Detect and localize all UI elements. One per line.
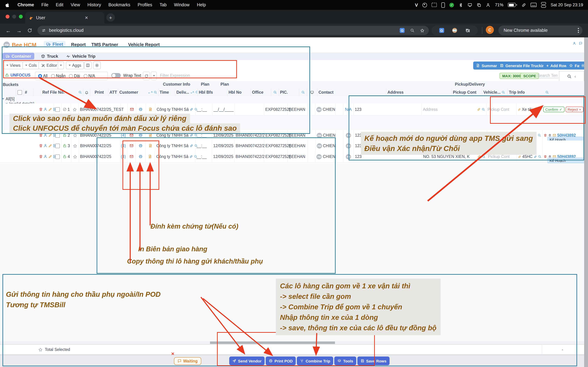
contact[interactable]: 123 <box>354 130 422 141</box>
attachment-doc-icon[interactable] <box>148 155 152 159</box>
col-address[interactable]: Address <box>386 88 452 96</box>
vertical-scrollbar[interactable] <box>584 37 588 367</box>
hbl-no[interactable]: EXP0827252( <box>264 151 288 162</box>
col-customer[interactable]: Customer⌄ ^ <box>118 88 159 96</box>
search-button[interactable]: ‹ <box>559 71 584 82</box>
translate-extension-icon[interactable]: G <box>439 28 444 33</box>
link-icon[interactable] <box>533 134 536 137</box>
stage-manager-icon[interactable] <box>477 3 481 7</box>
plan-time[interactable]: __:__ <box>196 151 212 162</box>
col-hbl-no[interactable]: Hbl No <box>227 88 251 96</box>
search-icon[interactable] <box>154 91 157 94</box>
col-deliv[interactable]: Deliv...⌄^ <box>175 88 198 96</box>
aggs-button[interactable]: Aggs <box>66 61 84 69</box>
plan-time[interactable]: __:__ <box>196 141 212 151</box>
menu-item-view[interactable]: View <box>71 2 80 7</box>
menu-item-chrome[interactable]: Chrome <box>17 2 34 7</box>
row-checkbox[interactable] <box>55 107 60 112</box>
zoom-page-icon[interactable] <box>410 28 415 33</box>
control-center-icon[interactable] <box>541 2 546 8</box>
search-icon[interactable] <box>78 91 82 94</box>
new-tab-button[interactable]: + <box>106 13 115 22</box>
col-time[interactable]: Time <box>159 88 175 96</box>
radio-all[interactable]: All <box>38 74 48 78</box>
plan-deliv[interactable]: 12/09/2025 <box>212 130 235 141</box>
ref-file-no[interactable]: BIHAN007422/25 <box>79 141 121 151</box>
menu-item-bookmarks[interactable]: Bookmarks <box>108 2 130 7</box>
mail-icon[interactable] <box>130 144 134 148</box>
print-icon[interactable] <box>138 144 142 148</box>
print-pod-button[interactable]: Print POD <box>266 357 296 365</box>
vehicle-link-icon[interactable] <box>518 134 521 137</box>
link-icon[interactable] <box>533 108 536 111</box>
customer-name[interactable]: Công ty TNHH Sả <box>156 144 189 148</box>
window-zoom-button[interactable] <box>19 15 23 18</box>
col-vehicle[interactable]: Vehicle... <box>482 88 508 96</box>
search-icon[interactable] <box>482 133 486 137</box>
attachment-doc-icon[interactable] <box>148 144 152 148</box>
scrollbar-thumb[interactable] <box>210 342 335 344</box>
search-icon[interactable] <box>545 91 549 94</box>
search-icon[interactable] <box>482 155 485 158</box>
plan-time[interactable]: __:__ <box>196 130 212 141</box>
editor-button[interactable]: Editor <box>38 61 60 69</box>
pickup-cont-value[interactable]: Pickup Cont <box>488 107 509 111</box>
radio-na[interactable]: N/A <box>84 74 95 78</box>
bookmark-star-icon[interactable] <box>420 28 424 33</box>
phone-mirroring-icon[interactable] <box>441 2 445 8</box>
star-icon[interactable] <box>73 143 77 148</box>
print-icon[interactable] <box>138 133 142 137</box>
settings-icon-button[interactable] <box>93 61 101 69</box>
search-icon[interactable] <box>538 133 541 137</box>
editor-dropdown[interactable] <box>58 61 64 69</box>
menu-item-edit[interactable]: Edit <box>56 2 63 7</box>
contact[interactable]: 123 <box>354 151 422 162</box>
search-icon[interactable] <box>502 91 505 94</box>
customer-name[interactable]: Công ty TNHH Sả <box>157 107 189 111</box>
delete-row-icon[interactable] <box>39 155 43 159</box>
hbl-bfs[interactable]: BIHAN007422/2 <box>235 130 264 141</box>
bell-icon[interactable] <box>85 90 88 94</box>
link-icon[interactable] <box>477 108 481 111</box>
user-status-icon[interactable] <box>486 3 490 7</box>
tab-truck[interactable]: Truck <box>38 53 61 59</box>
sort-icons[interactable]: ⌄ ^ <box>148 91 153 94</box>
extensions-puzzle-icon[interactable] <box>466 28 470 33</box>
delete-row-icon[interactable] <box>39 144 43 148</box>
update-chrome-button[interactable]: New Chrome available <box>498 25 582 35</box>
scope-badge[interactable]: SCOPE <box>520 73 539 79</box>
search-term-input[interactable] <box>536 73 558 78</box>
translate-icon[interactable]: G <box>400 28 405 33</box>
nav-report[interactable]: Report <box>71 42 86 47</box>
browser-tab[interactable]: User ✕ <box>25 12 104 23</box>
ref-file-no[interactable]: BIHAN007422/25 <box>79 130 121 141</box>
address-value[interactable]: NO. 53 NGUYEN XIEN, K <box>423 154 470 159</box>
search-icon[interactable] <box>537 108 541 111</box>
plan-deliv[interactable]: 12/09/2025 <box>212 151 234 162</box>
search-icon[interactable] <box>538 155 541 158</box>
v-status-icon[interactable]: V <box>415 2 418 8</box>
tab-vehicle-trip[interactable]: Vehicle Trip <box>63 53 98 59</box>
radio-dai[interactable]: Dài <box>69 74 80 78</box>
columns-icon-button[interactable] <box>84 61 92 69</box>
link-icon[interactable] <box>477 155 481 158</box>
assign-icon[interactable] <box>43 133 48 137</box>
search-icon[interactable] <box>482 108 485 111</box>
pickup-cont-value[interactable]: Pickup Cont <box>488 133 510 137</box>
app-brand[interactable]: Bee HCM <box>12 42 36 48</box>
keyboard-input-icon[interactable] <box>531 3 537 7</box>
refresh-dropdown[interactable] <box>151 72 157 80</box>
url-omnibox[interactable]: beelogistics.cloud G <box>37 26 429 35</box>
link-icon[interactable] <box>478 133 481 137</box>
user-icon[interactable] <box>573 42 576 45</box>
search-icon[interactable] <box>301 91 305 94</box>
attachment-doc-icon[interactable] <box>148 133 152 137</box>
link-icon[interactable] <box>190 108 193 111</box>
views-button[interactable]: Views <box>3 61 23 69</box>
col-contact[interactable]: Contact <box>318 88 386 96</box>
menu-item-history[interactable]: History <box>87 2 101 7</box>
menu-item-tab[interactable]: Tab <box>160 2 167 7</box>
menu-item-file[interactable]: File <box>41 2 48 7</box>
col-num[interactable]: # <box>24 88 34 96</box>
assign-icon[interactable] <box>43 144 48 148</box>
